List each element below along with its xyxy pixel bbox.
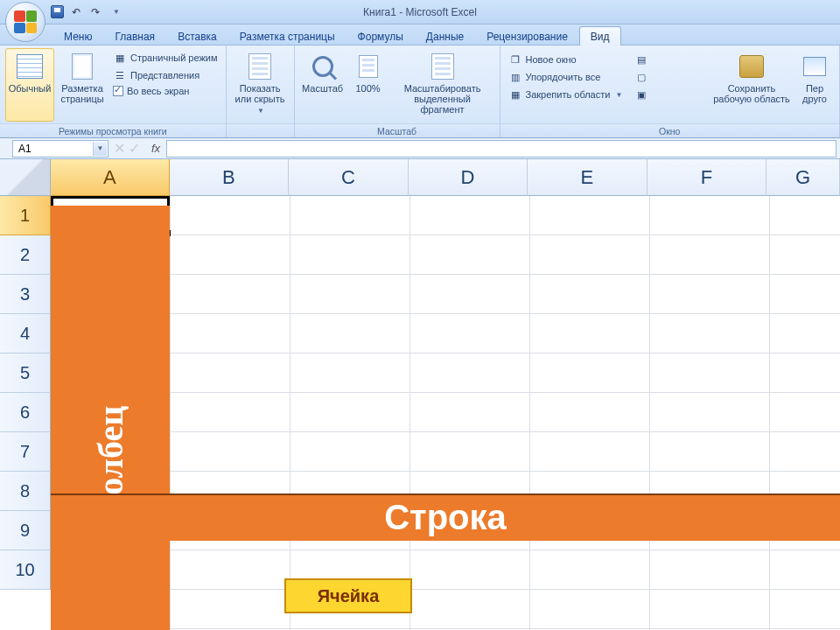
group-show-hide: Показать или скрыть ▼ bbox=[227, 46, 295, 137]
formula-bar: A1 ▼ ✕ ✓ fx bbox=[0, 138, 840, 159]
tab-view[interactable]: Вид bbox=[579, 26, 621, 46]
row-header-3[interactable]: 3 bbox=[0, 275, 51, 314]
qat-customize-icon[interactable]: ▼ bbox=[109, 5, 123, 19]
column-header-C[interactable]: C bbox=[289, 159, 409, 196]
group-label: Масштаб bbox=[295, 123, 500, 137]
column-header-F[interactable]: F bbox=[648, 159, 767, 196]
group-zoom: Масштаб 100% Масштабировать выделенный ф… bbox=[295, 46, 500, 137]
annotation-row-label: Строка bbox=[384, 498, 507, 537]
label: Разметка страницы bbox=[60, 83, 103, 104]
custom-views-button[interactable]: ☰Представления bbox=[110, 67, 220, 83]
zoom-100-button[interactable]: 100% bbox=[349, 48, 388, 122]
split-icon: ▤ bbox=[634, 52, 648, 66]
split-button[interactable]: ▤ bbox=[632, 52, 651, 67]
view-page-layout-button[interactable]: Разметка страницы bbox=[58, 48, 107, 122]
tab-menu[interactable]: Меню bbox=[52, 26, 103, 46]
fx-icon[interactable]: fx bbox=[145, 142, 166, 155]
new-window-icon: ❐ bbox=[508, 52, 522, 66]
save-workspace-button[interactable]: Сохранить рабочую область bbox=[711, 48, 792, 122]
label: 100% bbox=[355, 83, 380, 94]
enter-icon[interactable]: ✓ bbox=[129, 140, 140, 157]
label: Сохранить рабочую область bbox=[713, 83, 790, 104]
show-hide-icon bbox=[246, 52, 274, 80]
tab-formulas[interactable]: Формулы bbox=[346, 26, 415, 46]
page-break-preview-button[interactable]: ▦Страничный режим bbox=[110, 50, 220, 66]
tab-review[interactable]: Рецензирование bbox=[475, 26, 579, 46]
new-window-button[interactable]: ❐Новое окно bbox=[506, 52, 626, 67]
annotation-column-overlay: Столбец bbox=[51, 206, 170, 630]
group-label: Режимы просмотра книги bbox=[0, 123, 226, 137]
zoom-icon bbox=[309, 52, 337, 80]
row-header-5[interactable]: 5 bbox=[0, 354, 51, 393]
save-icon[interactable] bbox=[51, 5, 64, 18]
label: Обычный bbox=[9, 83, 52, 94]
redo-button[interactable]: ↷ bbox=[88, 5, 102, 19]
checkbox-icon bbox=[113, 86, 123, 96]
switch-windows-button[interactable]: Пер друго bbox=[795, 48, 834, 122]
select-all-corner[interactable] bbox=[0, 159, 51, 196]
row-header-7[interactable]: 7 bbox=[0, 432, 51, 472]
tab-insert[interactable]: Вставка bbox=[166, 26, 228, 46]
column-header-G[interactable]: G bbox=[766, 159, 840, 196]
tab-data[interactable]: Данные bbox=[415, 26, 475, 46]
group-label bbox=[227, 123, 294, 137]
row-header-4[interactable]: 4 bbox=[0, 314, 51, 354]
hide-button[interactable]: ▢ bbox=[632, 69, 651, 85]
save-workspace-icon bbox=[738, 52, 766, 80]
office-logo-icon bbox=[14, 10, 37, 33]
column-header-E[interactable]: E bbox=[528, 159, 648, 196]
ribbon-tabs: Меню Главная Вставка Разметка страницы Ф… bbox=[0, 24, 840, 46]
undo-button[interactable]: ↶ bbox=[69, 5, 83, 19]
label: Закрепить области bbox=[526, 89, 611, 100]
row-header-6[interactable]: 6 bbox=[0, 393, 51, 432]
freeze-icon: ▦ bbox=[508, 88, 522, 102]
column-headers: ABCDEFG bbox=[51, 159, 840, 196]
label: Упорядочить все bbox=[526, 72, 601, 82]
label: Пер друго bbox=[802, 83, 827, 104]
group-window: ❐Новое окно ▥Упорядочить все ▦Закрепить … bbox=[500, 46, 840, 137]
row-header-10[interactable]: 10 bbox=[0, 550, 51, 590]
name-box-dropdown-icon[interactable]: ▼ bbox=[93, 142, 107, 156]
arrange-all-button[interactable]: ▥Упорядочить все bbox=[506, 69, 626, 85]
freeze-panes-button[interactable]: ▦Закрепить области▼ bbox=[506, 87, 626, 102]
chevron-down-icon: ▼ bbox=[615, 91, 622, 99]
row-header-1[interactable]: 1 bbox=[0, 196, 51, 235]
row-header-9[interactable]: 9 bbox=[0, 511, 51, 550]
tab-home[interactable]: Главная bbox=[103, 26, 166, 46]
column-header-B[interactable]: B bbox=[170, 159, 290, 196]
view-normal-button[interactable]: Обычный bbox=[5, 48, 54, 122]
ribbon: Обычный Разметка страницы ▦Страничный ре… bbox=[0, 46, 840, 138]
zoom-button[interactable]: Масштаб bbox=[300, 48, 346, 122]
label: Во весь экран bbox=[127, 86, 189, 96]
full-screen-button[interactable]: Во весь экран bbox=[110, 85, 220, 97]
group-label: Окно bbox=[500, 123, 839, 137]
annotation-row-overlay: Строка bbox=[51, 494, 840, 541]
group-workbook-views: Обычный Разметка страницы ▦Страничный ре… bbox=[0, 46, 227, 137]
normal-view-icon bbox=[16, 52, 44, 80]
zoom-selection-button[interactable]: Масштабировать выделенный фрагмент bbox=[391, 48, 494, 122]
column-header-D[interactable]: D bbox=[409, 159, 528, 196]
tab-page-layout[interactable]: Разметка страницы bbox=[228, 26, 346, 46]
unhide-button[interactable]: ▣ bbox=[632, 87, 651, 102]
row-header-8[interactable]: 8 bbox=[0, 472, 51, 511]
label: Показать или скрыть bbox=[235, 83, 285, 104]
label: Новое окно bbox=[526, 54, 577, 65]
label: Представления bbox=[130, 70, 200, 80]
formula-input[interactable] bbox=[166, 140, 836, 158]
show-hide-button[interactable]: Показать или скрыть ▼ bbox=[232, 48, 289, 122]
name-box-value: A1 bbox=[18, 143, 32, 155]
name-box[interactable]: A1 ▼ bbox=[12, 140, 108, 158]
quick-access-toolbar: ↶ ↷ ▼ bbox=[51, 5, 123, 19]
row-headers: 12345678910 bbox=[0, 196, 51, 590]
cancel-icon[interactable]: ✕ bbox=[114, 140, 125, 157]
title-bar: ↶ ↷ ▼ Книга1 - Microsoft Excel bbox=[0, 0, 840, 24]
row-header-2[interactable]: 2 bbox=[0, 235, 51, 275]
window-title: Книга1 - Microsoft Excel bbox=[0, 6, 840, 18]
unhide-icon: ▣ bbox=[634, 88, 648, 102]
annotation-cell-label: Ячейка bbox=[318, 586, 380, 606]
custom-views-icon: ☰ bbox=[113, 68, 127, 82]
chevron-down-icon: ▼ bbox=[257, 107, 264, 115]
office-button[interactable] bbox=[5, 2, 46, 42]
column-header-A[interactable]: A bbox=[51, 159, 170, 196]
formula-buttons: ✕ ✓ bbox=[108, 140, 145, 157]
